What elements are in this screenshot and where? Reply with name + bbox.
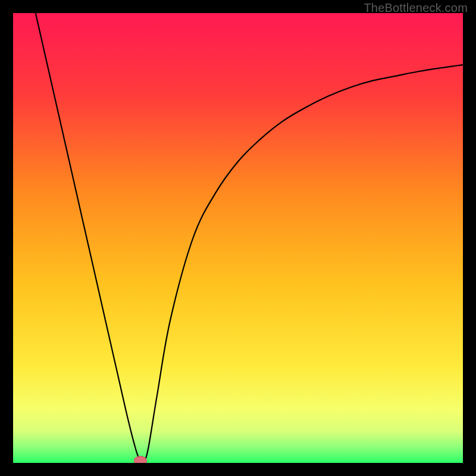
- watermark-text: TheBottleneck.com: [364, 1, 468, 15]
- chart-frame: TheBottleneck.com: [0, 0, 476, 476]
- chart-svg: [13, 13, 463, 463]
- plot-area: [13, 13, 463, 463]
- minimum-marker: [134, 456, 146, 463]
- gradient-background: [13, 13, 463, 463]
